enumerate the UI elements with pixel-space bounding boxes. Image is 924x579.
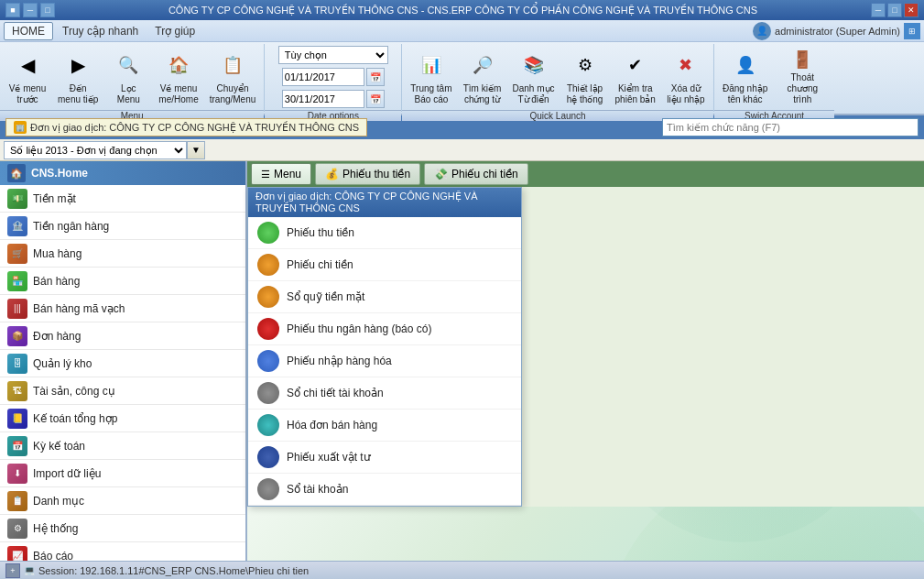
tai-san-icon: 🏗	[7, 381, 27, 401]
dropdown-phieu-chi-tien[interactable]: Phiếu chi tiền	[248, 249, 521, 281]
dropdown-header-text: Đơn vị giao dịch: CÔNG TY CP CÔNG NGHỆ V…	[255, 191, 514, 214]
sidebar-item-he-thong[interactable]: ⚙ Hệ thống	[0, 515, 245, 542]
maximize-button[interactable]: □	[887, 3, 902, 17]
dictionary-button[interactable]: 📚 Danh mụcTừ điển	[508, 46, 560, 108]
sidebar-item-tien-ngan-hang[interactable]: 🏦 Tiền ngân hàng	[0, 213, 245, 240]
data-year-select[interactable]: Số liệu 2013 - Đơn vị đang chọn	[4, 141, 187, 159]
dropdown-hoa-don-ban-hang[interactable]: Hóa đơn bán hàng	[248, 410, 521, 442]
forward-button[interactable]: ▶ Đếnmenu tiếp	[53, 46, 103, 108]
sidebar-item-quan-ly-kho[interactable]: 🗄 Quản lý kho	[0, 350, 245, 377]
date-to-input[interactable]	[282, 90, 364, 108]
back-icon: ◀	[11, 49, 44, 82]
report-center-button[interactable]: 📊 Trung tâmBáo cáo	[406, 46, 456, 108]
switch-user-icon: 👤	[729, 49, 762, 82]
don-hang-label: Đơn hàng	[33, 330, 81, 343]
dropdown-phieu-xuat-vat-tu[interactable]: Phiếu xuất vật tư	[248, 442, 521, 474]
clear-data-icon: ✖	[669, 49, 702, 82]
sidebar-item-import-du-lieu[interactable]: ⬇ Import dữ liệu	[0, 460, 245, 487]
sidebar-item-bao-cao[interactable]: 📈 Báo cáo	[0, 542, 245, 561]
data-bar: Số liệu 2013 - Đơn vị đang chọn ▼	[0, 139, 924, 161]
exit-button[interactable]: 🚪 Thoátchương trình	[774, 46, 831, 108]
unit-icon: 🏢	[14, 121, 27, 134]
search-voucher-icon: 🔎	[466, 49, 499, 82]
dropdown-phieu-nhap-hang-hoa[interactable]: Phiếu nhập hàng hóa	[248, 345, 521, 377]
sidebar-item-mua-hang[interactable]: 🛒 Mua hàng	[0, 240, 245, 268]
menu-home[interactable]: HOME	[4, 22, 53, 40]
menu-bar: HOME Truy cập nhanh Trợ giúp 👤 administr…	[0, 20, 924, 42]
dropdown-phieu-thu-ngan-hang[interactable]: Phiếu thu ngân hàng (báo có)	[248, 313, 521, 345]
grid-icon[interactable]: ⊞	[904, 23, 920, 39]
close-button[interactable]: ✕	[904, 3, 919, 17]
hoa-don-ban-hang-label: Hóa đơn bán hàng	[287, 419, 377, 432]
dropdown-so-tai-khoan[interactable]: Sổ tài khoản	[248, 474, 521, 506]
home-icon: 🏠	[162, 49, 195, 82]
dropdown-so-quy-tien-mat[interactable]: Sổ quỹ tiền mặt	[248, 281, 521, 313]
filter-label: LọcMenu	[117, 83, 140, 105]
sidebar-item-danh-muc[interactable]: 📋 Danh mục	[0, 487, 245, 515]
sidebar-item-ky-ke-toan[interactable]: 📅 Kỳ kế toán	[0, 432, 245, 460]
minimize-button[interactable]: ─	[871, 3, 886, 17]
nav-menu-button[interactable]: ☰ Menu	[251, 163, 311, 185]
so-quy-icon	[257, 286, 279, 308]
window-title: CÔNG TY CP CÔNG NGHỆ VÀ TRUYỀN THÔNG CNS…	[55, 5, 871, 16]
phieu-chi-tien-label: Phiếu chi tiền	[287, 258, 353, 271]
sidebar-item-tai-san[interactable]: 🏗 Tài sản, công cụ	[0, 377, 245, 405]
phieu-thu-icon: 💰	[325, 168, 339, 180]
date-from-input[interactable]	[282, 68, 364, 86]
right-background	[247, 507, 924, 561]
sidebar-item-don-hang[interactable]: 📦 Đơn hàng	[0, 322, 245, 350]
menu-quick-access[interactable]: Truy cập nhanh	[55, 23, 146, 39]
nav-phieu-chi-button[interactable]: 💸 Phiếu chi tiền	[424, 163, 528, 185]
system-settings-button[interactable]: ⚙ Thiết lậphệ thống	[561, 46, 609, 108]
title-bar: ■ ─ □ CÔNG TY CP CÔNG NGHỆ VÀ TRUYỀN THÔ…	[0, 0, 924, 20]
check-version-button[interactable]: ✔ Kiểm traphiên bản	[611, 46, 660, 108]
tien-ngan-hang-label: Tiền ngân hàng	[33, 220, 109, 233]
data-expand-button[interactable]: ▼	[187, 141, 205, 159]
calendar-to-button[interactable]: 📅	[366, 90, 385, 108]
minimize-icon[interactable]: ─	[23, 3, 38, 17]
search-voucher-button[interactable]: 🔎 Tìm kiếmchứng từ	[459, 46, 506, 108]
phieu-nhap-hang-hoa-icon	[257, 350, 279, 372]
phieu-thu-ngan-hang-icon	[257, 318, 279, 340]
resize-icon[interactable]: □	[40, 3, 55, 17]
home-icon: 🏠	[7, 164, 26, 182]
he-thong-label: Hệ thống	[33, 522, 78, 535]
home-button[interactable]: 🏠 Về menume/Home	[154, 46, 202, 108]
switch-page-icon: 📋	[216, 49, 249, 82]
phieu-thu-ngan-hang-label: Phiếu thu ngân hàng (báo có)	[287, 322, 431, 335]
menu-help[interactable]: Trợ giúp	[147, 23, 202, 39]
clear-data-button[interactable]: ✖ Xóa dữliệu nhập	[662, 46, 710, 108]
dropdown-phieu-thu-tien[interactable]: Phiếu thu tiền	[248, 217, 521, 249]
sidebar-item-ban-hang-ma-vach[interactable]: ||| Bán hàng mã vạch	[0, 295, 245, 322]
sidebar-item-ban-hang[interactable]: 🏪 Bán hàng	[0, 268, 245, 295]
so-quy-tien-mat-label: Sổ quỹ tiền mặt	[287, 290, 364, 303]
phieu-chi-icon: 💸	[434, 168, 448, 180]
date-dropdown[interactable]: Tùy chọn	[278, 46, 388, 64]
back-button[interactable]: ◀ Về menutrước	[4, 46, 51, 108]
nav-phieu-thu-button[interactable]: 💰 Phiếu thu tiền	[315, 163, 420, 185]
system-settings-icon: ⚙	[569, 49, 602, 82]
sidebar-item-tien-mat[interactable]: 💵 Tiền mặt	[0, 185, 245, 213]
switch-user-button[interactable]: 👤 Đăng nhậptên khác	[718, 46, 772, 108]
menu-bars-icon: ☰	[261, 169, 270, 180]
switch-page-label: Chuyểntrang/Menu	[210, 83, 256, 105]
sidebar: 🏠 CNS.Home 💵 Tiền mặt 🏦 Tiền ngân hàng 🛒…	[0, 161, 247, 561]
tai-san-label: Tài sản, công cụ	[33, 385, 115, 398]
ban-hang-ma-vach-icon: |||	[7, 299, 27, 319]
nav-phieu-chi-label: Phiếu chi tiền	[451, 168, 518, 180]
sidebar-home-label: CNS.Home	[31, 167, 88, 180]
sidebar-home-item[interactable]: 🏠 CNS.Home	[0, 161, 245, 185]
filter-button[interactable]: 🔍 LọcMenu	[104, 46, 152, 108]
expand-button[interactable]: +	[5, 563, 20, 578]
sidebar-item-ke-toan-tong-hop[interactable]: 📒 Kế toán tổng hợp	[0, 405, 245, 432]
calendar-from-button[interactable]: 📅	[366, 68, 385, 86]
ke-toan-tong-hop-icon: 📒	[7, 409, 27, 429]
switch-page-button[interactable]: 📋 Chuyểntrang/Menu	[205, 46, 261, 108]
mua-hang-icon: 🛒	[7, 244, 27, 264]
dropdown-so-chi-tiet-tai-khoan[interactable]: Sổ chi tiết tài khoản	[248, 377, 521, 410]
dictionary-label: Danh mụcTừ điển	[513, 83, 555, 105]
tien-mat-label: Tiền mặt	[33, 192, 76, 205]
search-function-input[interactable]	[662, 118, 919, 137]
nav-phieu-thu-label: Phiếu thu tiền	[342, 168, 410, 180]
switch-user-label: Đăng nhậptên khác	[723, 83, 767, 105]
